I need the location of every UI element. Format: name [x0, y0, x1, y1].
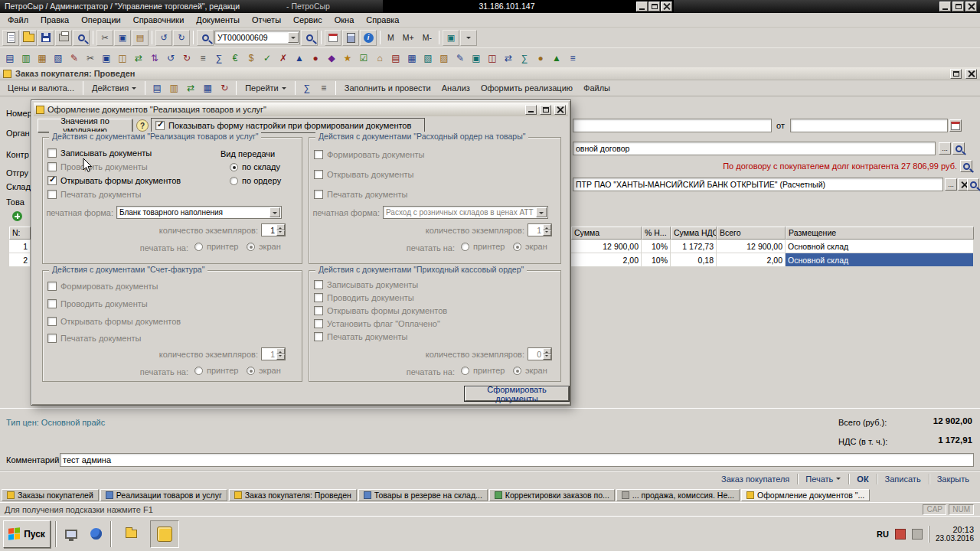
- document-restore-button[interactable]: [950, 69, 962, 79]
- column-header-placement[interactable]: Размещение: [786, 227, 974, 240]
- quicklaunch-browser-button[interactable]: [86, 523, 106, 546]
- command-icon-button[interactable]: ▨: [436, 51, 452, 66]
- window-tab[interactable]: Корректировки заказов по...: [489, 489, 615, 501]
- copy-button[interactable]: ▣: [114, 30, 131, 46]
- command-icon-button[interactable]: ●: [533, 51, 548, 66]
- copies-spinner[interactable]: 1: [261, 347, 286, 360]
- radio-screen[interactable]: экран: [247, 242, 281, 251]
- command-icon-button[interactable]: ▧: [420, 51, 436, 66]
- copies-spinner[interactable]: 1: [261, 223, 286, 236]
- command-icon-button[interactable]: ★: [340, 51, 355, 66]
- menu-item[interactable]: Операции: [75, 14, 126, 26]
- command-icon-button[interactable]: ⇄: [131, 51, 146, 66]
- menu-item[interactable]: Правка: [34, 14, 75, 26]
- cell-placement[interactable]: Основной склад: [786, 240, 974, 253]
- bank-account-field[interactable]: ПТР ПАО "ХАНТЫ-МАНСИЙСКИЙ БАНК ОТКРЫТИЕ"…: [573, 178, 943, 191]
- print-form-select[interactable]: Расход с розничных складов в ценах АТТ: [383, 206, 548, 219]
- dialog-titlebar[interactable]: Оформление документов "Реализация товаро…: [34, 103, 568, 116]
- table-row[interactable]: 12 900,00 10% 1 172,73 12 900,00 Основно…: [571, 240, 974, 253]
- document-window-titlebar[interactable]: Заказ покупателя: Проведен: [0, 67, 980, 80]
- copies-spinner[interactable]: 1: [528, 223, 552, 236]
- rdp-minimize-button[interactable]: [636, 2, 648, 11]
- cell-vat-pct[interactable]: 10%: [642, 253, 671, 267]
- fill-and-post-button[interactable]: Заполнить и провести: [340, 82, 436, 94]
- command-icon-button[interactable]: ≡: [195, 51, 211, 66]
- column-header-vat-pct[interactable]: % Н...: [642, 227, 671, 240]
- radio-by-warehouse[interactable]: по складу: [230, 162, 280, 171]
- ok-button[interactable]: ОК: [851, 473, 874, 485]
- close-button[interactable]: Закрыть: [931, 473, 975, 485]
- command-icon-button[interactable]: ⌂: [372, 51, 387, 66]
- checkbox-open-forms[interactable]: Открывать формы документов: [47, 317, 181, 326]
- checkbox-post-documents[interactable]: Проводить документы: [47, 162, 148, 171]
- spinner-down-icon[interactable]: [276, 354, 285, 360]
- command-icon-button[interactable]: $: [243, 51, 259, 66]
- menu-item[interactable]: Файл: [2, 14, 34, 26]
- radio-screen[interactable]: экран: [247, 366, 281, 375]
- document-date-field[interactable]: [790, 119, 948, 132]
- spinner-down-icon[interactable]: [276, 230, 285, 236]
- command-icon-button[interactable]: ✓: [260, 51, 275, 66]
- row-number-cell[interactable]: 2: [9, 253, 31, 267]
- checkbox-print-documents[interactable]: Печатать документы: [47, 334, 141, 343]
- checkbox-set-paid-flag[interactable]: Установить флаг "Оплачено": [314, 319, 440, 328]
- radio-screen[interactable]: экран: [513, 366, 547, 375]
- find-button[interactable]: [197, 30, 214, 46]
- command-icon-button[interactable]: ▧: [51, 51, 66, 66]
- calculator-button[interactable]: [342, 30, 359, 46]
- command-icon-button[interactable]: ⇅: [147, 51, 162, 66]
- document-tool-button[interactable]: ▤: [149, 80, 165, 96]
- document-tool-button[interactable]: ∑: [299, 80, 315, 96]
- service-button[interactable]: ▣: [443, 30, 459, 46]
- rdp-restore-button[interactable]: [648, 2, 660, 11]
- window-tab[interactable]: Реализации товаров и услуг: [100, 489, 227, 501]
- dialog-close-button[interactable]: [554, 105, 566, 115]
- document-tool-button[interactable]: ⇄: [183, 80, 198, 96]
- cell-vat-sum[interactable]: 1 172,73: [671, 240, 717, 253]
- column-header-sum[interactable]: Сумма: [571, 227, 642, 240]
- window-tab[interactable]: Заказ покупателя: Проведен: [229, 489, 357, 501]
- window-restore-button[interactable]: [952, 2, 964, 11]
- new-document-button[interactable]: [2, 30, 19, 46]
- menu-item[interactable]: Справка: [360, 14, 405, 26]
- command-icon-button[interactable]: ≡: [565, 51, 580, 66]
- contract-open-button[interactable]: [952, 142, 965, 155]
- add-row-button[interactable]: [11, 210, 23, 222]
- account-select-button[interactable]: ...: [945, 178, 957, 191]
- window-tab[interactable]: Товары в резерве на склад...: [358, 489, 488, 501]
- info-button[interactable]: i: [360, 30, 377, 46]
- window-tab[interactable]: Заказы покупателей: [2, 489, 99, 501]
- command-icon-button[interactable]: ⇄: [501, 51, 516, 66]
- taskbar-folder-button[interactable]: [116, 520, 145, 548]
- document-tool-button[interactable]: ≡: [316, 80, 332, 96]
- command-icon-button[interactable]: ▣: [99, 51, 114, 66]
- contract-field[interactable]: овной договор: [573, 142, 936, 155]
- memory-button[interactable]: M-: [419, 31, 436, 44]
- redo-button[interactable]: ↻: [173, 30, 190, 46]
- cell-sum[interactable]: 2,00: [571, 253, 642, 267]
- document-close-button[interactable]: [965, 69, 977, 79]
- command-icon-button[interactable]: ↺: [163, 51, 178, 66]
- checkbox-print-documents[interactable]: Печатать документы: [314, 332, 407, 341]
- document-search-input[interactable]: УТ000000609: [214, 31, 300, 44]
- taskbar-1c-app-button[interactable]: [150, 520, 179, 548]
- undo-button[interactable]: ↺: [155, 30, 172, 46]
- checkbox-open-forms[interactable]: Открывать формы документов: [314, 306, 447, 315]
- command-icon-button[interactable]: ✗: [276, 51, 291, 66]
- checkbox-print-documents[interactable]: Печатать документы: [314, 190, 407, 199]
- rdp-close-button[interactable]: [661, 2, 672, 11]
- checkbox-open-forms[interactable]: Открывать формы документов: [47, 176, 181, 185]
- command-icon-button[interactable]: ∑: [517, 51, 532, 66]
- save-button[interactable]: Записать: [879, 473, 927, 485]
- actions-menu-button[interactable]: Действия: [87, 82, 141, 94]
- prices-currency-button[interactable]: Цены и валюта...: [3, 82, 79, 94]
- checkbox-post-documents[interactable]: Проводить документы: [314, 293, 414, 302]
- command-icon-button[interactable]: ✎: [452, 51, 468, 66]
- print-menu-button[interactable]: Печать: [799, 473, 847, 485]
- checkbox-create-documents[interactable]: Формировать документы: [314, 150, 425, 159]
- window-tab[interactable]: Оформление документов "...: [741, 489, 870, 501]
- spinner-up-icon[interactable]: [543, 224, 551, 230]
- document-tool-button[interactable]: ▦: [200, 80, 215, 96]
- command-icon-button[interactable]: ☑: [356, 51, 371, 66]
- radio-printer[interactable]: принтер: [461, 242, 505, 251]
